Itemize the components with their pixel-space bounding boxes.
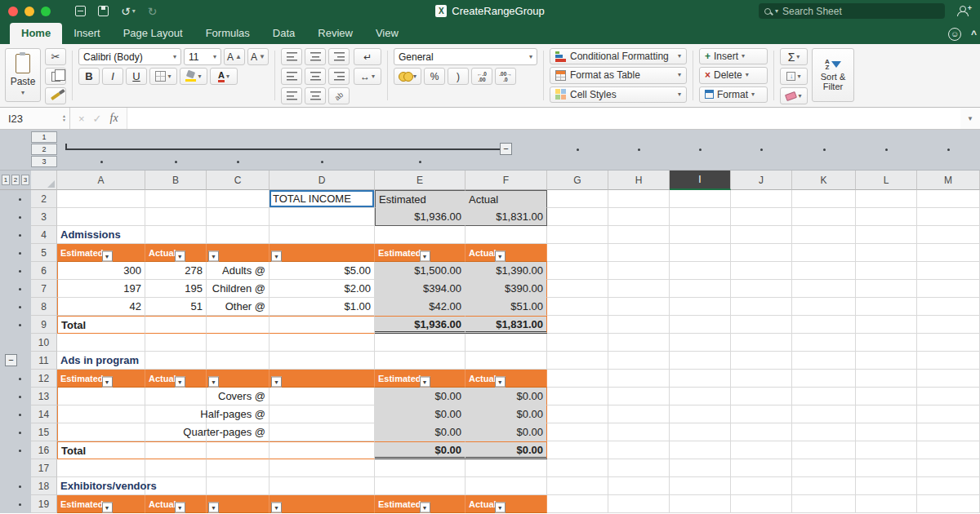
cell-A16[interactable]: Total [57,441,145,459]
copy-button[interactable] [45,68,66,85]
column-outline-level-1[interactable]: 1 [31,131,57,143]
row-outline-level-3[interactable]: 3 [21,175,29,185]
cell-A19[interactable]: Estimated▼ [57,495,145,513]
cell-A13[interactable] [57,388,145,405]
cell-D18[interactable] [270,477,375,495]
align-bottom-button[interactable] [328,48,350,65]
row-header-5[interactable]: 5 [31,244,57,262]
cell-K12[interactable] [792,370,856,388]
bold-button[interactable]: B [78,68,100,85]
insert-function-icon[interactable]: fx [110,112,118,125]
new-workbook-button[interactable] [75,6,86,16]
tab-data[interactable]: Data [261,23,306,44]
cell-D14[interactable] [270,405,375,423]
cell-I4[interactable] [670,226,731,244]
enter-icon[interactable]: ✓ [93,113,102,125]
cell-H19[interactable] [608,495,670,513]
cell-J16[interactable] [731,441,792,459]
cell-G10[interactable] [547,334,608,352]
number-format-select[interactable]: General ▾ [394,48,537,65]
cell-E11[interactable] [375,352,466,370]
column-header-A[interactable]: A [57,171,145,190]
row-header-9[interactable]: 9 [31,316,57,334]
cell-J8[interactable] [731,298,792,316]
filter-dropdown-button[interactable]: ▼ [102,250,113,261]
cell-M4[interactable] [917,226,980,244]
cell-K15[interactable] [792,423,856,441]
format-as-table-button[interactable]: Format as Table ▾ [550,67,687,83]
row-header-11[interactable]: 11 [31,352,57,370]
filter-dropdown-button[interactable]: ▼ [271,250,282,261]
cell-D7[interactable]: $2.00 [270,280,375,298]
cell-L7[interactable] [856,280,917,298]
cell-B3[interactable] [145,208,207,226]
cell-D12[interactable]: ▼ [270,370,375,388]
cell-M18[interactable] [917,477,980,495]
tab-review[interactable]: Review [306,23,364,44]
cell-J19[interactable] [731,495,792,513]
cell-H9[interactable] [608,316,670,334]
cell-L19[interactable] [856,495,917,513]
tab-formulas[interactable]: Formulas [194,23,261,44]
cell-M5[interactable] [917,244,980,262]
filter-dropdown-button[interactable]: ▼ [208,250,219,261]
cell-C18[interactable] [207,477,270,495]
merge-center-button[interactable]: ↔▾ [354,68,381,85]
filter-dropdown-button[interactable]: ▼ [495,250,506,261]
borders-button[interactable]: ▾ [149,68,177,85]
cell-E7[interactable]: $394.00 [375,280,466,298]
cell-E14[interactable]: $0.00 [375,405,466,423]
column-header-E[interactable]: E [375,171,466,190]
column-header-M[interactable]: M [917,171,980,190]
cell-H14[interactable] [608,405,670,423]
cell-F12[interactable]: Actual▼ [466,370,547,388]
row-header-15[interactable]: 15 [31,423,57,441]
cell-G18[interactable] [547,477,608,495]
cell-H11[interactable] [608,352,670,370]
cell-L11[interactable] [856,352,917,370]
cell-C14[interactable]: Half-pages @ [207,405,270,423]
cell-A7[interactable]: 197 [57,280,145,298]
cell-L18[interactable] [856,477,917,495]
select-all-corner[interactable] [31,171,57,190]
cell-C4[interactable] [207,226,270,244]
column-header-I[interactable]: I [670,171,731,190]
paste-button[interactable]: Paste ▾ [5,48,41,102]
tab-page-layout[interactable]: Page Layout [112,23,194,44]
filter-dropdown-button[interactable]: ▼ [420,250,430,261]
format-painter-button[interactable] [45,87,66,104]
filter-dropdown-button[interactable]: ▼ [420,502,430,512]
cell-F9[interactable]: $1,831.00 [466,316,547,334]
cell-E10[interactable] [375,334,466,352]
cell-M11[interactable] [917,352,980,370]
align-center-button[interactable] [305,68,326,85]
column-header-H[interactable]: H [608,171,670,190]
cell-L14[interactable] [856,405,917,423]
cancel-icon[interactable]: × [78,113,85,125]
row-header-13[interactable]: 13 [31,388,57,405]
cell-M9[interactable] [917,316,980,334]
cell-L10[interactable] [856,334,917,352]
cell-L6[interactable] [856,262,917,280]
row-header-2[interactable]: 2 [31,190,57,208]
row-header-4[interactable]: 4 [31,226,57,244]
cell-E18[interactable] [375,477,466,495]
cell-F15[interactable]: $0.00 [466,423,547,441]
delete-cells-button[interactable]: × Delete ▾ [699,67,768,83]
cell-E15[interactable]: $0.00 [375,423,466,441]
cell-G4[interactable] [547,226,608,244]
cell-A2[interactable] [57,190,145,208]
name-box[interactable]: I23 ▲▼ [0,108,70,129]
cell-L5[interactable] [856,244,917,262]
cell-B16[interactable] [145,441,207,459]
cell-K13[interactable] [792,388,856,405]
cell-J11[interactable] [731,352,792,370]
column-header-C[interactable]: C [207,171,270,190]
cell-I18[interactable] [670,477,731,495]
cell-C15[interactable]: Quarter-pages @ [207,423,270,441]
cell-D16[interactable] [270,441,375,459]
cell-D11[interactable] [270,352,375,370]
cell-F2[interactable]: Actual [466,190,547,208]
cell-D17[interactable] [270,459,375,477]
cell-H5[interactable] [608,244,670,262]
